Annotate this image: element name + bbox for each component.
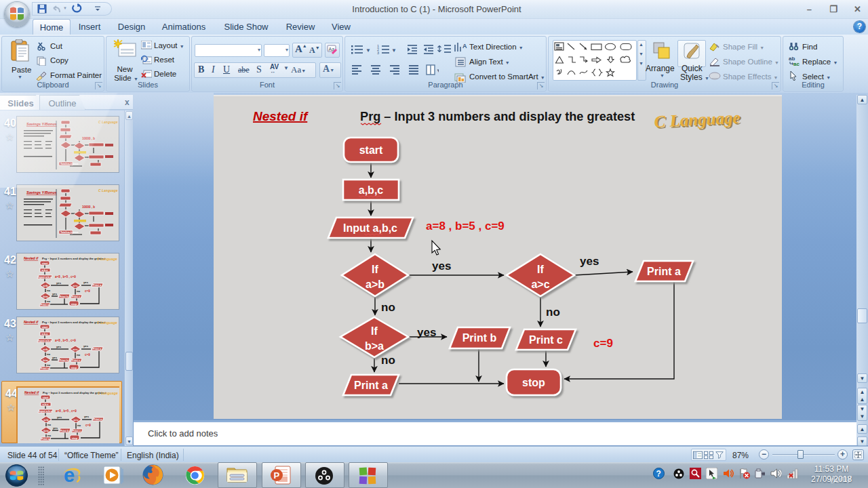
svg-text:Savings Y/Bonus: Savings Y/Bonus (26, 190, 57, 195)
svg-text:b>a: b>a (43, 359, 48, 362)
svg-text:If: If (371, 325, 378, 337)
svg-text:stop: stop (71, 302, 77, 306)
svg-text:no: no (47, 300, 51, 303)
svg-text:C Language: C Language (97, 257, 117, 261)
svg-text:b>a: b>a (43, 295, 48, 298)
svg-text:Total=a+bonus: Total=a+bonus (60, 163, 79, 165)
svg-text:a>c: a>c (531, 279, 549, 290)
svg-text:Nested if: Nested if (24, 256, 39, 260)
svg-text:C Language: C Language (98, 188, 118, 192)
svg-text:Savings Y/Bonus: Savings Y/Bonus (26, 122, 57, 126)
svg-text:Print a: Print a (354, 380, 388, 391)
svg-text:Print c: Print c (72, 295, 81, 298)
svg-text:▼: ▼ (366, 47, 371, 54)
svg-text:no: no (47, 289, 51, 292)
svg-text:yes: yes (52, 292, 58, 296)
svg-text:no: no (381, 354, 395, 367)
svg-text:a>b: a>b (43, 418, 49, 422)
svg-text:c=9: c=9 (85, 353, 90, 357)
svg-text:3: 3 (377, 51, 379, 55)
svg-text:a=8 , b=5 , c=9: a=8 , b=5 , c=9 (55, 339, 76, 342)
svg-text:Print a: Print a (93, 283, 102, 287)
svg-text:C Language: C Language (97, 321, 117, 325)
svg-text:Print c: Print c (73, 429, 81, 432)
svg-text:yes: yes (56, 345, 62, 348)
svg-text:Nested if: Nested if (253, 109, 309, 123)
svg-text:a=8 , b=5 , c=9: a=8 , b=5 , c=9 (55, 275, 76, 279)
svg-text:If: If (537, 264, 544, 275)
svg-text:stop: stop (71, 366, 77, 369)
svg-text:Print b: Print b (462, 332, 497, 344)
svg-text:▼: ▼ (436, 68, 439, 74)
svg-text:Print c: Print c (72, 359, 81, 362)
svg-text:Nested if: Nested if (24, 390, 39, 394)
svg-text:no: no (47, 363, 51, 367)
svg-text:a>c: a>c (73, 284, 79, 287)
svg-text:yes: yes (417, 326, 436, 339)
svg-text:Print c: Print c (529, 334, 563, 346)
svg-text:Prg – Input 3 numbers and disp: Prg – Input 3 numbers and display the gr… (42, 257, 106, 260)
svg-text:A: A (462, 43, 467, 49)
svg-text:Print a: Print a (93, 347, 102, 350)
svg-text:Input a,b,c: Input a,b,c (39, 409, 53, 413)
svg-text:a,b,c: a,b,c (41, 332, 48, 336)
svg-text:stop: stop (72, 436, 78, 440)
svg-text:b>a: b>a (365, 340, 384, 352)
svg-text:a>c: a>c (74, 418, 79, 422)
svg-text:b>a: b>a (43, 429, 49, 432)
svg-text:a=8 , b=5 , c=9: a=8 , b=5 , c=9 (426, 220, 505, 232)
svg-text:a,b,c: a,b,c (41, 268, 48, 272)
svg-text:Aa: Aa (329, 47, 335, 52)
svg-text:▼: ▼ (391, 47, 397, 54)
svg-text:no: no (381, 301, 395, 314)
svg-text:C Language: C Language (98, 120, 118, 124)
svg-text:ac: ac (793, 61, 800, 66)
svg-text:no: no (77, 424, 81, 427)
svg-text:Prg – Input 3 numbers and disp: Prg – Input 3 numbers and display the gr… (42, 321, 106, 324)
svg-text:Print b: Print b (60, 429, 69, 432)
svg-text:Total=a+bonus: Total=a+bonus (60, 231, 79, 234)
svg-text:a>c: a>c (73, 348, 79, 351)
svg-text:yes: yes (580, 255, 599, 268)
svg-text:c=9: c=9 (85, 289, 90, 293)
svg-text:10000 , b: 10000 , b (82, 137, 95, 140)
svg-text:Print b: Print b (60, 295, 68, 298)
svg-text:Input a,b,c: Input a,b,c (38, 339, 52, 342)
svg-text:a>b: a>b (43, 348, 48, 351)
svg-text:10000 , b: 10000 , b (82, 205, 95, 209)
svg-text:Print a: Print a (94, 418, 102, 421)
svg-text:yes: yes (52, 356, 58, 359)
svg-text:Input a,b,c: Input a,b,c (343, 222, 397, 234)
svg-text:?: ? (656, 469, 661, 479)
svg-text:yes: yes (432, 260, 451, 272)
svg-text:Print a: Print a (41, 367, 50, 370)
svg-text:Input a,b,c: Input a,b,c (38, 275, 52, 279)
svg-text:Print a: Print a (41, 437, 50, 441)
svg-text:yes: yes (83, 344, 89, 348)
svg-text:C Language: C Language (98, 391, 118, 395)
svg-text:Print a: Print a (647, 266, 681, 277)
svg-text:a,b,c: a,b,c (42, 403, 49, 406)
svg-text:no: no (47, 434, 52, 437)
svg-text:Nested if: Nested if (24, 320, 39, 324)
svg-text:Print a: Print a (41, 303, 50, 306)
svg-text:start: start (42, 262, 48, 265)
svg-text:start: start (42, 325, 48, 329)
svg-text:no: no (47, 352, 51, 356)
svg-text:If: If (372, 264, 378, 275)
svg-text:yes: yes (84, 415, 90, 418)
svg-text:Prg – Input 3 numbers and disp: Prg – Input 3 numbers and display the gr… (43, 391, 106, 394)
svg-text:a,b,c: a,b,c (359, 184, 384, 196)
svg-text:Prg – Input 3 numbers and disp: Prg – Input 3 numbers and display the gr… (360, 110, 635, 123)
svg-text:c=9: c=9 (593, 337, 613, 350)
svg-text:no: no (77, 353, 81, 357)
svg-text:a>b: a>b (366, 279, 384, 290)
svg-text:no: no (47, 423, 52, 426)
svg-text:no: no (546, 306, 560, 319)
svg-text:no: no (77, 289, 81, 293)
svg-text:yes: yes (83, 281, 89, 284)
svg-text:stop: stop (522, 377, 545, 388)
svg-text:e: e (64, 465, 75, 486)
svg-text:P: P (274, 470, 280, 481)
svg-text:a>b: a>b (43, 284, 48, 287)
